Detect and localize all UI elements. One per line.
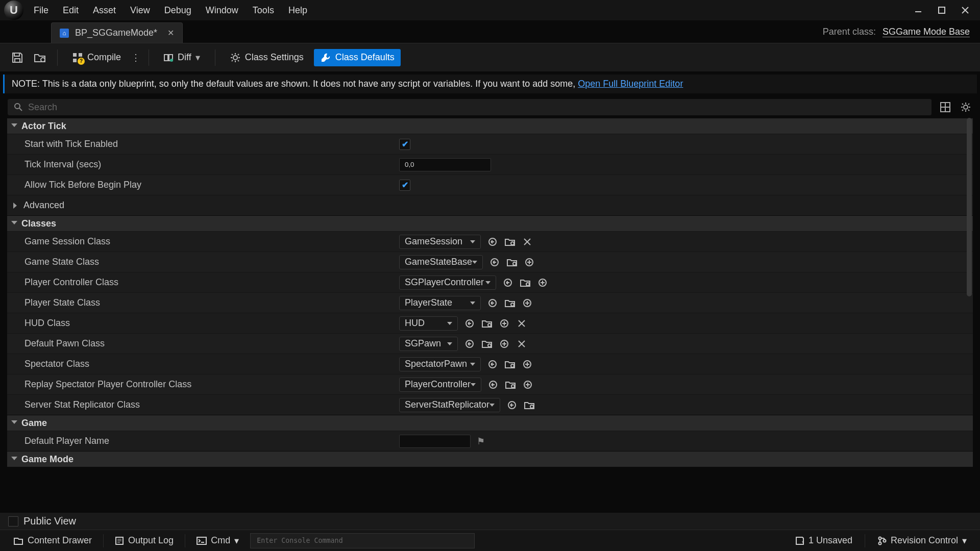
browse-button[interactable] [524,399,535,411]
category-title: Actor Tick [21,121,66,132]
chevron-down-icon [11,123,17,129]
goto-button[interactable] [487,379,499,390]
class-settings-button[interactable]: Class Settings [224,49,310,66]
minimize-button[interactable] [914,6,923,15]
add-button[interactable] [522,359,533,370]
goto-button[interactable] [487,297,498,309]
default-player-name-input[interactable] [399,435,471,448]
class-dropdown-8[interactable]: ServerStatReplicator [399,398,500,412]
svg-rect-7 [73,59,77,62]
close-button[interactable] [961,6,970,15]
browse-button[interactable] [505,379,516,390]
menu-window[interactable]: Window [206,5,238,16]
compile-options-button[interactable]: ⋮ [131,48,140,67]
goto-button[interactable] [489,257,500,268]
console-command-input[interactable] [250,533,475,548]
menu-tools[interactable]: Tools [253,5,274,16]
svg-point-53 [511,364,514,367]
revision-control-button[interactable]: Revision Control ▾ [872,533,972,548]
menu-edit[interactable]: Edit [63,5,79,16]
add-button[interactable] [499,318,510,329]
add-button[interactable] [522,379,533,390]
goto-button[interactable] [487,236,498,247]
class-dropdown-0[interactable]: GameSession [399,235,481,249]
category-game[interactable]: Game [7,415,973,431]
category-classes[interactable]: Classes [7,216,973,231]
compile-button[interactable]: ? Compile [66,49,127,66]
public-view-checkbox[interactable] [8,516,18,527]
property-value: HUD [395,316,973,331]
clear-button[interactable] [516,338,527,349]
add-button[interactable] [522,297,533,309]
dropdown-value: GameSession [405,236,462,247]
localize-flag-icon[interactable]: ⚑ [477,436,485,447]
add-button[interactable] [524,257,535,268]
browse-button[interactable] [504,359,516,370]
property-value: PlayerState [395,296,973,310]
allow-tick-checkbox[interactable] [399,180,410,191]
menu-view[interactable]: View [130,5,150,16]
save-button[interactable] [8,48,27,67]
category-game-mode[interactable]: Game Mode [7,452,973,467]
category-actor-tick[interactable]: Actor Tick [7,118,973,134]
property-value: SpectatorPawn [395,357,973,371]
blueprint-tab[interactable]: ⌂ BP_SGGameMode* ✕ [51,22,183,43]
chevron-down-icon [11,221,17,226]
maximize-button[interactable] [937,6,946,15]
class-dropdown-7[interactable]: PlayerController [399,378,481,392]
goto-button[interactable] [464,338,475,349]
scrollbar[interactable] [967,118,972,296]
clear-button[interactable] [522,236,533,247]
browse-button[interactable] [504,297,516,309]
cmd-selector[interactable]: Cmd ▾ [191,533,244,548]
details-settings-button[interactable] [959,100,973,114]
dropdown-value: SpectatorPawn [405,359,467,369]
chevron-down-icon: ▾ [234,535,239,546]
class-dropdown-5[interactable]: SGPawn [399,337,458,351]
advanced-header[interactable]: Advanced [7,195,973,215]
diff-button[interactable]: Diff ▾ [157,49,207,66]
svg-rect-1 [939,7,945,13]
goto-button[interactable] [502,277,513,288]
add-button[interactable] [499,338,510,349]
unsaved-button[interactable]: * 1 Unsaved [790,533,857,548]
goto-button[interactable] [506,399,518,411]
class-dropdown-2[interactable]: SGPlayerController [399,276,496,290]
open-full-editor-link[interactable]: Open Full Blueprint Editor [578,79,683,89]
tab-close-button[interactable]: ✕ [167,28,174,38]
start-tick-checkbox[interactable] [399,139,410,150]
menu-asset[interactable]: Asset [93,5,116,16]
status-bar: Content Drawer Output Log Cmd ▾ * 1 Unsa… [0,530,980,551]
browse-button[interactable] [520,277,531,288]
output-log-button[interactable]: Output Log [110,533,179,548]
browse-button[interactable] [506,257,518,268]
goto-button[interactable] [464,318,475,329]
menu-file[interactable]: File [34,5,48,16]
menu-help[interactable]: Help [288,5,307,16]
class-dropdown-3[interactable]: PlayerState [399,296,481,310]
browse-button[interactable] [481,338,493,349]
browse-asset-button[interactable] [31,48,49,67]
class-dropdown-1[interactable]: GameStateBase [399,255,483,269]
clear-button[interactable] [516,318,527,329]
search-input[interactable] [28,102,925,113]
browse-button[interactable] [481,318,493,329]
add-button[interactable] [537,277,548,288]
svg-point-18 [964,105,968,109]
menu-debug[interactable]: Debug [164,5,191,16]
chevron-down-icon [489,404,495,407]
class-defaults-button[interactable]: Class Defaults [314,49,401,66]
svg-point-72 [883,539,886,542]
class-dropdown-4[interactable]: HUD [399,316,458,331]
class-settings-label: Class Settings [245,52,304,63]
parent-class-link[interactable]: SGGame Mode Base [883,27,970,37]
branch-icon [877,536,887,545]
property-value: GameSession [395,235,973,249]
content-drawer-button[interactable]: Content Drawer [8,533,97,548]
tick-interval-input[interactable] [399,158,491,171]
property-matrix-button[interactable] [938,100,952,114]
goto-button[interactable] [487,359,498,370]
details-search-box[interactable] [7,98,932,116]
browse-button[interactable] [504,236,516,247]
class-dropdown-6[interactable]: SpectatorPawn [399,357,481,371]
